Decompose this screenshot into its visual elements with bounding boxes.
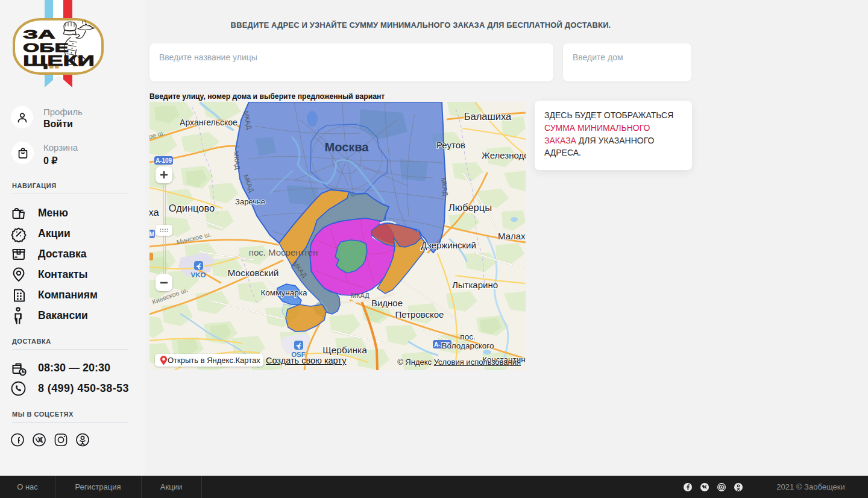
svg-text:Коммунарка: Коммунарка: [260, 288, 307, 297]
svg-text:Москва: Москва: [325, 140, 370, 154]
svg-text:МКАД: МКАД: [351, 292, 370, 299]
svg-text:А-109: А-109: [156, 157, 172, 164]
svg-text:Петровское: Петровское: [395, 309, 444, 320]
svg-text:Малахо: Малахо: [498, 231, 526, 241]
svg-text:Видное: Видное: [371, 298, 403, 308]
svg-text:пос. Мосрентген: пос. Мосрентген: [249, 247, 318, 257]
svg-text:Лыткарино: Лыткарино: [452, 280, 498, 290]
svg-text:VKO: VKO: [191, 271, 206, 279]
svg-text:М: М: [149, 231, 154, 238]
svg-text:Балашиха: Балашиха: [464, 111, 512, 122]
svg-text:Архангельское: Архангельское: [180, 118, 237, 127]
svg-text:пос.: пос.: [460, 332, 475, 341]
svg-text:ЗА: ЗА: [23, 27, 55, 41]
svg-text:Заречье: Заречье: [235, 197, 265, 206]
svg-text:Московский: Московский: [228, 268, 279, 278]
svg-text:Железнодо: Железнодо: [482, 150, 526, 160]
svg-text:Одинцово: Одинцово: [169, 203, 215, 213]
svg-text:Люберцы: Люберцы: [448, 202, 492, 213]
svg-text:Дзержинский: Дзержинский: [421, 240, 476, 250]
svg-text:Володарского: Володарского: [442, 341, 494, 350]
svg-text:Щербинка: Щербинка: [322, 345, 367, 355]
svg-text:Реутов: Реутов: [436, 140, 465, 150]
svg-text:ха: ха: [149, 207, 159, 218]
